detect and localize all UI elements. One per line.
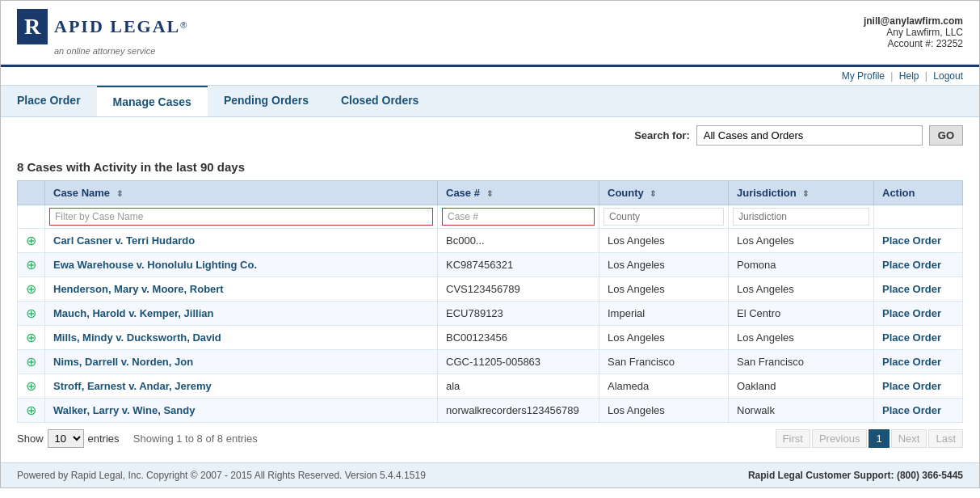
row-icon: ⊕ xyxy=(26,282,36,296)
user-info: jnill@anylawfirm.com Any Lawfirm, LLC Ac… xyxy=(864,15,963,49)
place-order-link[interactable]: Place Order xyxy=(882,259,941,271)
case-name-link[interactable]: Nims, Darrell v. Norden, Jon xyxy=(53,356,193,368)
place-order-link[interactable]: Place Order xyxy=(882,307,941,319)
footer-support: Rapid Legal Customer Support: (800) 366-… xyxy=(748,470,963,481)
logo-name: APID LEGAL® xyxy=(54,16,187,37)
case-name-link[interactable]: Stroff, Earnest v. Andar, Jeremy xyxy=(53,380,212,392)
row-case-number: KC987456321 xyxy=(438,253,599,277)
first-button[interactable]: First xyxy=(776,429,810,448)
case-name-link[interactable]: Mills, Mindy v. Ducksworth, David xyxy=(53,331,221,344)
row-case-number: Bc000... xyxy=(438,229,599,253)
table-header-row: Case Name ⇕ Case # ⇕ County ⇕ Jurisdicti… xyxy=(18,181,963,205)
row-icon: ⊕ xyxy=(26,355,36,369)
footer-copyright: Powered by Rapid Legal, Inc. Copyright ©… xyxy=(17,470,426,481)
pagination: First Previous 1 Next Last xyxy=(776,429,963,448)
row-case-number: norwalkrecorders123456789 xyxy=(438,399,599,423)
table-row: ⊕Mills, Mindy v. Ducksworth, DavidBC0012… xyxy=(18,326,963,350)
row-action: Place Order xyxy=(874,350,963,374)
place-order-link[interactable]: Place Order xyxy=(882,404,941,416)
place-order-link[interactable]: Place Order xyxy=(882,283,941,295)
filter-county-input[interactable] xyxy=(604,208,724,226)
col-case-name[interactable]: Case Name ⇕ xyxy=(45,181,438,205)
row-county: Los Angeles xyxy=(599,229,729,253)
logout-link[interactable]: Logout xyxy=(933,70,963,82)
row-county: San Francisco xyxy=(599,350,729,374)
go-button[interactable]: GO xyxy=(929,125,963,146)
my-profile-link[interactable]: My Profile xyxy=(842,70,885,82)
row-county: Los Angeles xyxy=(599,277,729,302)
col-icon xyxy=(18,181,45,205)
col-county[interactable]: County ⇕ xyxy=(599,181,729,205)
place-order-link[interactable]: Place Order xyxy=(882,356,941,368)
filter-case-name-input[interactable] xyxy=(49,208,433,226)
last-button[interactable]: Last xyxy=(928,429,963,448)
user-firm: Any Lawfirm, LLC xyxy=(864,27,963,38)
place-order-link[interactable]: Place Order xyxy=(882,331,941,344)
sort-icon-jurisdiction: ⇕ xyxy=(802,189,809,198)
row-action: Place Order xyxy=(874,326,963,350)
row-icon-cell: ⊕ xyxy=(18,350,45,374)
row-case-number: ala xyxy=(438,374,599,399)
previous-button[interactable]: Previous xyxy=(812,429,868,448)
help-link[interactable]: Help xyxy=(899,70,919,82)
col-action: Action xyxy=(874,181,963,205)
col-jurisdiction[interactable]: Jurisdiction ⇕ xyxy=(729,181,874,205)
table-row: ⊕Ewa Warehouse v. Honolulu Lighting Co.K… xyxy=(18,253,963,277)
place-order-link[interactable]: Place Order xyxy=(882,380,941,392)
nav-pending-orders[interactable]: Pending Orders xyxy=(208,86,325,116)
activity-header: 8 Cases with Activity in the last 90 day… xyxy=(17,160,963,174)
content-area: 8 Cases with Activity in the last 90 day… xyxy=(1,160,979,462)
row-jurisdiction: Los Angeles xyxy=(729,326,874,350)
row-icon: ⊕ xyxy=(26,234,36,247)
logo-area: R APID LEGAL® an online attorney service xyxy=(17,9,187,56)
row-icon: ⊕ xyxy=(26,403,36,417)
row-icon-cell: ⊕ xyxy=(18,374,45,399)
case-name-link[interactable]: Carl Casner v. Terri Hudardo xyxy=(53,234,195,247)
row-icon: ⊕ xyxy=(26,306,36,320)
logo-letter: R xyxy=(17,9,48,44)
place-order-link[interactable]: Place Order xyxy=(882,234,941,247)
nav-place-order[interactable]: Place Order xyxy=(1,86,97,116)
case-name-link[interactable]: Mauch, Harold v. Kemper, Jillian xyxy=(53,307,213,319)
row-case-name: Ewa Warehouse v. Honolulu Lighting Co. xyxy=(45,253,438,277)
page-1-button[interactable]: 1 xyxy=(869,429,889,448)
row-county: Imperial xyxy=(599,302,729,326)
table-row: ⊕Henderson, Mary v. Moore, RobertCVS1234… xyxy=(18,277,963,302)
row-action: Place Order xyxy=(874,253,963,277)
case-name-link[interactable]: Henderson, Mary v. Moore, Robert xyxy=(53,283,224,295)
show-label: Show xyxy=(17,433,44,445)
row-case-number: CVS123456789 xyxy=(438,277,599,302)
row-jurisdiction: El Centro xyxy=(729,302,874,326)
row-action: Place Order xyxy=(874,374,963,399)
table-row: ⊕Carl Casner v. Terri HudardoBc000...Los… xyxy=(18,229,963,253)
row-case-name: Mauch, Harold v. Kemper, Jillian xyxy=(45,302,438,326)
row-county: Los Angeles xyxy=(599,253,729,277)
row-case-name: Nims, Darrell v. Norden, Jon xyxy=(45,350,438,374)
row-county: Los Angeles xyxy=(599,326,729,350)
case-name-link[interactable]: Walker, Larry v. Wine, Sandy xyxy=(53,404,195,416)
search-input[interactable] xyxy=(696,125,923,146)
sort-icon-case-number: ⇕ xyxy=(486,189,493,198)
user-account: Account #: 23252 xyxy=(864,38,963,49)
nav-manage-cases[interactable]: Manage Cases xyxy=(97,86,208,116)
filter-case-number-input[interactable] xyxy=(442,208,595,226)
row-case-number: ECU789123 xyxy=(438,302,599,326)
row-icon-cell: ⊕ xyxy=(18,277,45,302)
filter-county-cell xyxy=(599,205,729,229)
table-row: ⊕Mauch, Harold v. Kemper, JillianECU7891… xyxy=(18,302,963,326)
next-button[interactable]: Next xyxy=(891,429,927,448)
filter-jurisdiction-input[interactable] xyxy=(733,208,869,226)
page-footer: Powered by Rapid Legal, Inc. Copyright ©… xyxy=(1,462,979,487)
nav-closed-orders[interactable]: Closed Orders xyxy=(325,86,435,116)
case-name-link[interactable]: Ewa Warehouse v. Honolulu Lighting Co. xyxy=(53,259,257,271)
table-body: ⊕Carl Casner v. Terri HudardoBc000...Los… xyxy=(18,229,963,423)
logo-box: R APID LEGAL® xyxy=(17,9,187,44)
col-case-number[interactable]: Case # ⇕ xyxy=(438,181,599,205)
row-jurisdiction: Los Angeles xyxy=(729,277,874,302)
logo-tagline: an online attorney service xyxy=(54,46,187,56)
filter-jurisdiction-cell xyxy=(729,205,874,229)
row-jurisdiction: Los Angeles xyxy=(729,229,874,253)
row-case-name: Carl Casner v. Terri Hudardo xyxy=(45,229,438,253)
sort-icon-county: ⇕ xyxy=(650,189,656,198)
show-select[interactable]: 10 25 50 xyxy=(48,429,84,448)
